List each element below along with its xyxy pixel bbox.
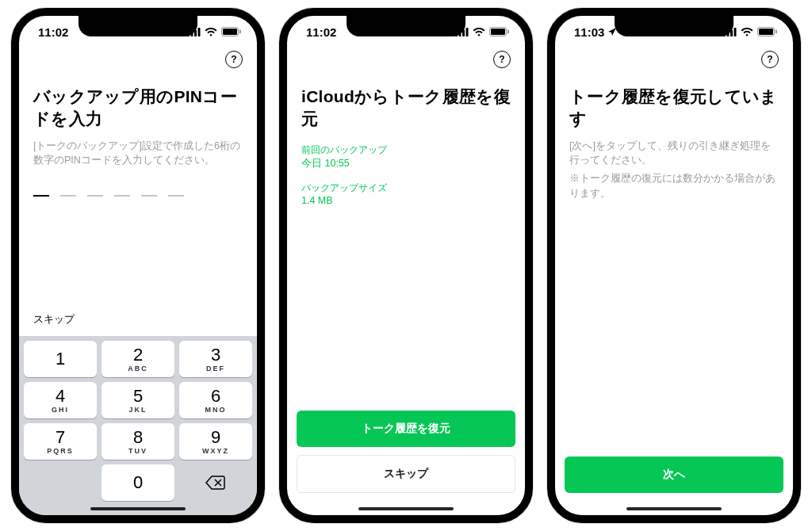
pin-slot	[60, 195, 76, 197]
home-indicator[interactable]	[626, 507, 722, 510]
phone-frame: 11:02 ? バックアップ用のPINコードを入力 [トークのバックアップ]設定…	[11, 8, 265, 523]
pin-input[interactable]	[33, 195, 243, 197]
page-title: トーク履歴を復元しています	[569, 86, 779, 131]
pin-slot	[87, 195, 103, 197]
keypad-backspace[interactable]	[179, 464, 252, 501]
status-time: 11:02	[306, 25, 336, 39]
page-title: iCloudからトーク履歴を復元	[301, 86, 511, 131]
keypad-key-8[interactable]: 8TUV	[102, 423, 174, 460]
page-description-line2: ※トーク履歴の復元には数分かかる場合があります。	[569, 171, 779, 201]
backup-size-value: 1.4 MB	[301, 195, 511, 206]
svg-rect-12	[491, 29, 505, 35]
numeric-keypad: 1 2ABC 3DEF 4GHI 5JKL 6MNO 7PQRS 8TUV 9W…	[19, 336, 257, 515]
device-notch	[79, 16, 197, 36]
device-notch	[615, 16, 733, 36]
last-backup-label: 前回のバックアップ	[301, 143, 511, 157]
next-button[interactable]: 次へ	[565, 457, 783, 493]
svg-rect-3	[198, 28, 201, 36]
status-time: 11:03	[574, 25, 604, 39]
pin-slot	[141, 195, 157, 197]
help-icon[interactable]: ?	[493, 51, 511, 68]
home-indicator[interactable]	[90, 507, 186, 510]
backspace-icon	[205, 476, 226, 490]
keypad-key-7[interactable]: 7PQRS	[24, 423, 97, 460]
battery-icon	[489, 27, 509, 36]
svg-rect-6	[239, 30, 241, 34]
keypad-key-1[interactable]: 1	[24, 341, 97, 377]
help-icon[interactable]: ?	[761, 51, 779, 68]
svg-rect-5	[223, 29, 237, 35]
svg-rect-19	[759, 29, 773, 35]
phone-frame: 11:03 ? トーク履歴を復元しています [次へ]をタップして、残りの引き継ぎ…	[547, 8, 801, 523]
wifi-icon	[741, 28, 753, 36]
pin-slot	[33, 195, 49, 197]
page-description-line1: [次へ]をタップして、残りの引き継ぎ処理を行ってください。	[569, 139, 779, 169]
keypad-key-4[interactable]: 4GHI	[24, 382, 97, 418]
backup-size-label: バックアップサイズ	[301, 181, 511, 195]
wifi-icon	[205, 28, 217, 36]
keypad-key-9[interactable]: 9WXYZ	[179, 423, 252, 460]
page-description: [トークのバックアップ]設定で作成した6桁の数字のPINコードを入力してください…	[33, 139, 243, 169]
skip-button[interactable]: スキップ	[297, 455, 515, 493]
svg-rect-13	[508, 30, 509, 34]
phone-frame: 11:02 ? iCloudからトーク履歴を復元 前回のバックアップ 今日 10…	[279, 8, 533, 523]
keypad-blank	[24, 464, 97, 501]
pin-slot	[168, 195, 184, 197]
keypad-key-6[interactable]: 6MNO	[179, 382, 252, 418]
svg-rect-20	[776, 30, 777, 34]
help-icon[interactable]: ?	[225, 51, 243, 68]
keypad-key-2[interactable]: 2ABC	[102, 341, 174, 377]
keypad-key-0[interactable]: 0	[102, 464, 174, 501]
battery-icon	[221, 27, 241, 36]
wifi-icon	[473, 28, 485, 36]
skip-link[interactable]: スキップ	[33, 312, 243, 327]
keypad-key-5[interactable]: 5JKL	[102, 382, 174, 418]
keypad-key-3[interactable]: 3DEF	[179, 341, 252, 377]
battery-icon	[757, 27, 777, 36]
last-backup-value: 今日 10:55	[301, 157, 511, 170]
status-time: 11:02	[38, 25, 68, 39]
svg-rect-10	[466, 28, 469, 36]
pin-slot	[114, 195, 130, 197]
page-title: バックアップ用のPINコードを入力	[33, 86, 243, 131]
svg-rect-17	[734, 28, 737, 36]
restore-button[interactable]: トーク履歴を復元	[297, 411, 515, 447]
backup-info: 前回のバックアップ 今日 10:55 バックアップサイズ 1.4 MB	[301, 143, 511, 217]
device-notch	[347, 16, 465, 36]
home-indicator[interactable]	[358, 507, 454, 510]
